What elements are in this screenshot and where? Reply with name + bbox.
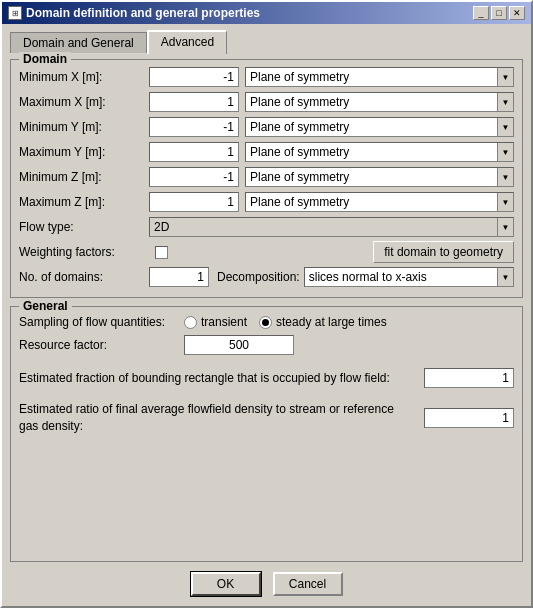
max-x-input[interactable] bbox=[149, 92, 239, 112]
minimize-button[interactable]: _ bbox=[473, 6, 489, 20]
ok-button[interactable]: OK bbox=[191, 572, 261, 596]
resource-label: Resource factor: bbox=[19, 338, 184, 352]
sampling-label: Sampling of flow quantities: bbox=[19, 315, 184, 329]
button-row: OK Cancel bbox=[10, 566, 523, 600]
max-y-row: Maximum Y [m]: Plane of symmetry ▼ bbox=[19, 141, 514, 163]
main-window: ⊞ Domain definition and general properti… bbox=[0, 0, 533, 608]
sampling-row: Sampling of flow quantities: transient s… bbox=[19, 315, 514, 329]
min-z-input[interactable] bbox=[149, 167, 239, 187]
min-z-dropdown-arrow: ▼ bbox=[497, 168, 513, 186]
estimate2-input[interactable] bbox=[424, 408, 514, 428]
min-x-row: Minimum X [m]: Plane of symmetry ▼ bbox=[19, 66, 514, 88]
close-button[interactable]: ✕ bbox=[509, 6, 525, 20]
min-y-dropdown[interactable]: Plane of symmetry ▼ bbox=[245, 117, 514, 137]
weighting-checkbox[interactable] bbox=[155, 246, 168, 259]
radio-group: transient steady at large times bbox=[184, 315, 514, 329]
domain-group-label: Domain bbox=[19, 52, 71, 66]
max-y-label: Maximum Y [m]: bbox=[19, 145, 149, 159]
min-x-dropdown[interactable]: Plane of symmetry ▼ bbox=[245, 67, 514, 87]
cancel-button[interactable]: Cancel bbox=[273, 572, 343, 596]
max-x-dropdown-arrow: ▼ bbox=[497, 93, 513, 111]
flow-type-dropdown-arrow: ▼ bbox=[497, 218, 513, 236]
decomp-label: Decomposition: bbox=[217, 270, 300, 284]
min-x-input[interactable] bbox=[149, 67, 239, 87]
radio-transient[interactable]: transient bbox=[184, 315, 247, 329]
title-bar: ⊞ Domain definition and general properti… bbox=[2, 2, 531, 24]
flow-type-label: Flow type: bbox=[19, 220, 149, 234]
resource-input[interactable] bbox=[184, 335, 294, 355]
tab-bar: Domain and General Advanced bbox=[10, 30, 523, 53]
weighting-label: Weighting factors: bbox=[19, 245, 149, 259]
max-z-row: Maximum Z [m]: Plane of symmetry ▼ bbox=[19, 191, 514, 213]
estimate1-text: Estimated fraction of bounding rectangle… bbox=[19, 370, 424, 387]
window-title: Domain definition and general properties bbox=[26, 6, 260, 20]
max-y-dropdown[interactable]: Plane of symmetry ▼ bbox=[245, 142, 514, 162]
domains-label: No. of domains: bbox=[19, 270, 149, 284]
min-y-input[interactable] bbox=[149, 117, 239, 137]
general-group: General Sampling of flow quantities: tra… bbox=[10, 306, 523, 562]
max-z-input[interactable] bbox=[149, 192, 239, 212]
domains-input[interactable] bbox=[149, 267, 209, 287]
max-x-dropdown[interactable]: Plane of symmetry ▼ bbox=[245, 92, 514, 112]
min-y-label: Minimum Y [m]: bbox=[19, 120, 149, 134]
tab-advanced[interactable]: Advanced bbox=[147, 30, 227, 54]
min-z-label: Minimum Z [m]: bbox=[19, 170, 149, 184]
radio-steady[interactable]: steady at large times bbox=[259, 315, 387, 329]
tab-domain-general[interactable]: Domain and General bbox=[10, 32, 147, 53]
flow-type-dropdown[interactable]: 2D ▼ bbox=[149, 217, 514, 237]
min-z-dropdown[interactable]: Plane of symmetry ▼ bbox=[245, 167, 514, 187]
estimate1-row: Estimated fraction of bounding rectangle… bbox=[19, 361, 514, 395]
min-y-row: Minimum Y [m]: Plane of symmetry ▼ bbox=[19, 116, 514, 138]
estimate2-row: Estimated ratio of final average flowfie… bbox=[19, 401, 514, 435]
max-z-dropdown-arrow: ▼ bbox=[497, 193, 513, 211]
window-icon: ⊞ bbox=[8, 6, 22, 20]
resource-row: Resource factor: bbox=[19, 335, 514, 355]
maximize-button[interactable]: □ bbox=[491, 6, 507, 20]
general-group-label: General bbox=[19, 299, 72, 313]
max-z-dropdown[interactable]: Plane of symmetry ▼ bbox=[245, 192, 514, 212]
estimate1-input[interactable] bbox=[424, 368, 514, 388]
estimate2-text: Estimated ratio of final average flowfie… bbox=[19, 401, 424, 435]
radio-steady-label: steady at large times bbox=[276, 315, 387, 329]
min-z-row: Minimum Z [m]: Plane of symmetry ▼ bbox=[19, 166, 514, 188]
title-bar-left: ⊞ Domain definition and general properti… bbox=[8, 6, 260, 20]
min-x-dropdown-arrow: ▼ bbox=[497, 68, 513, 86]
min-y-dropdown-arrow: ▼ bbox=[497, 118, 513, 136]
radio-transient-circle[interactable] bbox=[184, 316, 197, 329]
flow-type-row: Flow type: 2D ▼ bbox=[19, 216, 514, 238]
title-buttons: _ □ ✕ bbox=[473, 6, 525, 20]
max-x-row: Maximum X [m]: Plane of symmetry ▼ bbox=[19, 91, 514, 113]
decomp-dropdown[interactable]: slices normal to x-axis ▼ bbox=[304, 267, 514, 287]
decomp-dropdown-arrow: ▼ bbox=[497, 268, 513, 286]
max-x-label: Maximum X [m]: bbox=[19, 95, 149, 109]
max-y-input[interactable] bbox=[149, 142, 239, 162]
radio-steady-circle[interactable] bbox=[259, 316, 272, 329]
radio-transient-label: transient bbox=[201, 315, 247, 329]
domain-group: Domain Minimum X [m]: Plane of symmetry … bbox=[10, 59, 523, 298]
max-y-dropdown-arrow: ▼ bbox=[497, 143, 513, 161]
max-z-label: Maximum Z [m]: bbox=[19, 195, 149, 209]
fit-domain-button[interactable]: fit domain to geometry bbox=[373, 241, 514, 263]
window-content: Domain and General Advanced Domain Minim… bbox=[2, 24, 531, 606]
min-x-label: Minimum X [m]: bbox=[19, 70, 149, 84]
domains-row: No. of domains: Decomposition: slices no… bbox=[19, 266, 514, 288]
weighting-row: Weighting factors: fit domain to geometr… bbox=[19, 241, 514, 263]
